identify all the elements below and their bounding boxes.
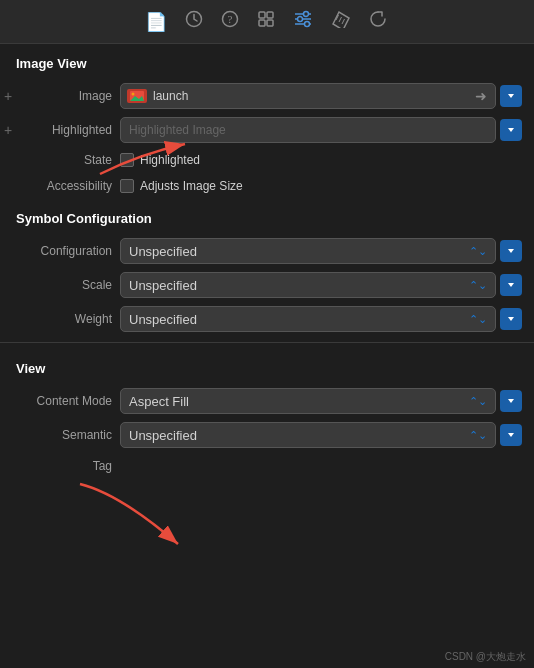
svg-rect-5	[259, 20, 265, 26]
scale-value: Unspecified	[129, 278, 197, 293]
image-label: Image	[12, 89, 112, 103]
highlighted-placeholder: Highlighted Image	[129, 123, 226, 137]
tag-row: Tag	[0, 452, 534, 480]
highlighted-dropdown-button[interactable]	[500, 119, 522, 141]
weight-dropdown-button[interactable]	[500, 308, 522, 330]
inspector-content: Image View + Image launch ➜ + Highlighte…	[0, 44, 534, 668]
weight-select[interactable]: Unspecified ⌃⌄	[120, 306, 496, 332]
highlighted-label: Highlighted	[12, 123, 112, 137]
scale-dropdown-button[interactable]	[500, 274, 522, 296]
image-view-section-header: Image View	[0, 44, 534, 79]
state-checkbox-text: Highlighted	[140, 153, 200, 167]
semantic-dropdown-button[interactable]	[500, 424, 522, 446]
svg-text:?: ?	[228, 13, 233, 25]
configuration-arrows-icon: ⌃⌄	[469, 245, 487, 258]
svg-point-12	[305, 22, 310, 27]
image-dropdown-button[interactable]	[500, 85, 522, 107]
scale-label: Scale	[12, 278, 112, 292]
accessibility-row: Accessibility Adjusts Image Size	[0, 173, 534, 199]
semantic-value: Unspecified	[129, 428, 197, 443]
svg-marker-24	[508, 283, 514, 287]
weight-row: Weight Unspecified ⌃⌄	[0, 302, 534, 336]
image-row: + Image launch ➜	[0, 79, 534, 113]
svg-marker-13	[333, 12, 349, 28]
semantic-arrows-icon: ⌃⌄	[469, 429, 487, 442]
sliders-icon[interactable]	[293, 10, 313, 33]
svg-point-11	[298, 17, 303, 22]
view-section-header: View	[0, 349, 534, 384]
weight-label: Weight	[12, 312, 112, 326]
state-row: State Highlighted	[0, 147, 534, 173]
highlighted-field[interactable]: Highlighted Image	[120, 117, 496, 143]
content-mode-arrows-icon: ⌃⌄	[469, 395, 487, 408]
svg-marker-22	[508, 128, 514, 132]
content-mode-row: Content Mode Aspect Fill ⌃⌄	[0, 384, 534, 418]
file-icon[interactable]: 📄	[145, 11, 167, 33]
section-divider	[0, 342, 534, 343]
svg-line-16	[342, 19, 345, 24]
question-icon[interactable]: ?	[221, 10, 239, 33]
semantic-label: Semantic	[12, 428, 112, 442]
content-mode-dropdown-button[interactable]	[500, 390, 522, 412]
state-checkbox[interactable]	[120, 153, 134, 167]
configuration-select[interactable]: Unspecified ⌃⌄	[120, 238, 496, 264]
configuration-row: Configuration Unspecified ⌃⌄	[0, 234, 534, 268]
ruler-icon[interactable]	[331, 10, 351, 33]
configuration-dropdown-button[interactable]	[500, 240, 522, 262]
svg-line-15	[339, 17, 342, 22]
image-field[interactable]: launch ➜	[120, 83, 496, 109]
semantic-select[interactable]: Unspecified ⌃⌄	[120, 422, 496, 448]
state-label: State	[12, 153, 112, 167]
image-plus-button[interactable]: +	[4, 88, 12, 104]
scale-row: Scale Unspecified ⌃⌄	[0, 268, 534, 302]
layout-icon[interactable]	[257, 10, 275, 33]
svg-marker-27	[508, 433, 514, 437]
tag-label: Tag	[12, 459, 112, 473]
svg-point-10	[304, 12, 309, 17]
weight-arrows-icon: ⌃⌄	[469, 313, 487, 326]
accessibility-label: Accessibility	[12, 179, 112, 193]
scale-select[interactable]: Unspecified ⌃⌄	[120, 272, 496, 298]
accessibility-checkbox[interactable]	[120, 179, 134, 193]
semantic-row: Semantic Unspecified ⌃⌄	[0, 418, 534, 452]
watermark: CSDN @大炮走水	[445, 650, 526, 664]
scale-arrows-icon: ⌃⌄	[469, 279, 487, 292]
weight-value: Unspecified	[129, 312, 197, 327]
content-mode-value: Aspect Fill	[129, 394, 189, 409]
svg-rect-6	[267, 20, 273, 26]
highlighted-plus-button[interactable]: +	[4, 122, 12, 138]
svg-point-19	[132, 93, 135, 96]
configuration-value: Unspecified	[129, 244, 197, 259]
image-thumbnail	[127, 89, 147, 103]
accessibility-checkbox-text: Adjusts Image Size	[140, 179, 243, 193]
image-name-text: launch	[153, 89, 473, 103]
symbol-config-header: Symbol Configuration	[0, 199, 534, 234]
configuration-label: Configuration	[12, 244, 112, 258]
svg-marker-23	[508, 249, 514, 253]
toolbar: 📄 ?	[0, 0, 534, 44]
clock-icon[interactable]	[185, 10, 203, 33]
highlighted-row: + Highlighted Highlighted Image	[0, 113, 534, 147]
image-arrow-button[interactable]: ➜	[473, 88, 489, 104]
content-mode-select[interactable]: Aspect Fill ⌃⌄	[120, 388, 496, 414]
rotate-icon[interactable]	[369, 10, 389, 33]
svg-rect-3	[259, 12, 265, 18]
svg-marker-26	[508, 399, 514, 403]
content-mode-label: Content Mode	[12, 394, 112, 408]
svg-marker-21	[508, 94, 514, 98]
svg-rect-4	[267, 12, 273, 18]
svg-marker-25	[508, 317, 514, 321]
